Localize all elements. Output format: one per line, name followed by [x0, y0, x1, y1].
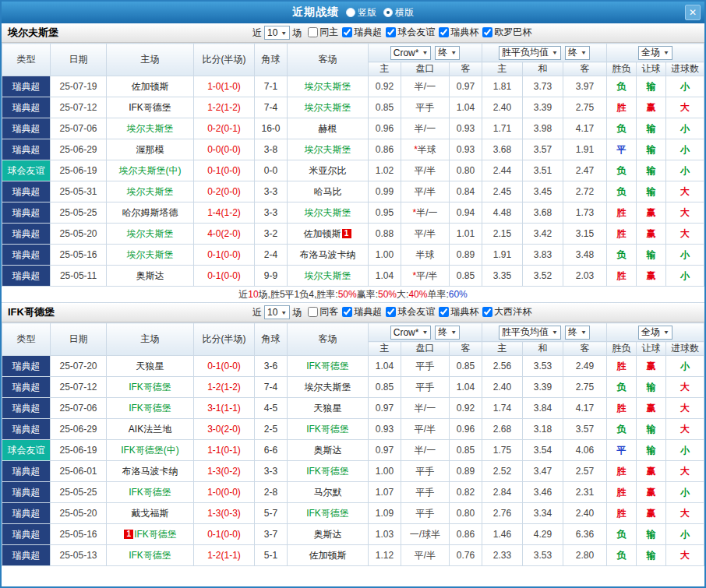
home-team-name[interactable]: IFK哥德堡(中): [121, 445, 179, 456]
away-team-name[interactable]: 布洛马波卡纳: [300, 249, 356, 260]
home-team-name[interactable]: 渥那模: [136, 144, 164, 155]
away-team-name[interactable]: 赫根: [319, 123, 337, 134]
checkbox-input[interactable]: [439, 27, 449, 37]
result-goals: 大: [666, 461, 704, 482]
games-label: 场: [292, 26, 302, 40]
home-team-name[interactable]: 哈尔姆斯塔德: [122, 207, 178, 218]
asian-handicap-line: 半球: [401, 245, 450, 266]
away-team-name[interactable]: 埃尔夫斯堡: [305, 144, 351, 155]
checkbox-input[interactable]: [342, 307, 352, 317]
checkbox-input[interactable]: [482, 27, 492, 37]
away-team-name[interactable]: 米亚尔比: [309, 165, 347, 176]
checkbox-input[interactable]: [482, 307, 492, 317]
home-team-name[interactable]: IFK哥德堡: [129, 403, 171, 414]
home-team-name[interactable]: IFK哥德堡: [134, 529, 177, 540]
euro-time-select[interactable]: 终▼: [565, 46, 590, 60]
match-score: 1-0(0-0): [194, 482, 255, 503]
home-team-name[interactable]: 埃尔夫斯堡(中): [119, 165, 182, 176]
col-corner: 角球: [255, 323, 288, 356]
away-team-name[interactable]: 埃尔夫斯堡: [305, 81, 351, 92]
asian-handicap-line: *半/一: [401, 202, 450, 224]
match-row: 瑞典超 25-05-16 埃尔夫斯堡 0-1(0-0) 2-4 布洛马波卡纳 1…: [2, 245, 704, 266]
asian-handicap-line: 平手: [401, 356, 450, 377]
checkbox-input[interactable]: [386, 27, 396, 37]
home-team-name[interactable]: 埃尔夫斯堡: [127, 186, 174, 197]
checkbox-input[interactable]: [342, 27, 352, 37]
asian-handicap-line: 一/球半: [401, 524, 450, 545]
away-team-name[interactable]: 埃尔夫斯堡: [305, 270, 351, 281]
match-count-select[interactable]: 10▼: [264, 305, 290, 319]
filter-checkbox-大西洋杯[interactable]: 大西洋杯: [482, 305, 531, 319]
close-icon[interactable]: ✕: [685, 5, 701, 20]
league-type-cell: 瑞典超: [2, 76, 51, 97]
home-team-name[interactable]: 埃尔夫斯堡: [127, 123, 174, 134]
away-team-name[interactable]: IFK哥德堡: [306, 361, 349, 371]
bookmaker-select[interactable]: Crow*▼: [390, 326, 432, 340]
filter-checkbox-瑞典杯[interactable]: 瑞典杯: [439, 26, 478, 39]
filter-checkbox-瑞典超[interactable]: 瑞典超: [342, 305, 382, 319]
home-team-name[interactable]: 布洛马波卡纳: [122, 466, 178, 477]
result-goals: 小: [666, 245, 704, 266]
euro-odds-select[interactable]: 胜平负均值▼: [499, 326, 561, 340]
home-team-name[interactable]: 戴戈福斯: [132, 508, 169, 519]
layout-option-horizontal[interactable]: 横版: [383, 6, 414, 19]
away-team-name[interactable]: 佐加顿斯: [304, 228, 341, 239]
checkbox-input[interactable]: [308, 307, 318, 317]
checkbox-input[interactable]: [308, 27, 318, 37]
home-team-name[interactable]: IFK哥德堡: [129, 102, 171, 113]
filter-checkbox-瑞典超[interactable]: 瑞典超: [342, 26, 382, 39]
home-team-name[interactable]: IFK哥德堡: [129, 550, 171, 561]
match-count-select[interactable]: 10▼: [264, 26, 290, 40]
euro-draw-odds: 3.42: [523, 224, 563, 245]
home-team-name[interactable]: IFK哥德堡: [129, 382, 171, 393]
away-team-name[interactable]: 奥斯达: [314, 529, 342, 540]
away-team-name[interactable]: IFK哥德堡: [306, 466, 349, 477]
away-team-name[interactable]: 哈马比: [314, 186, 342, 197]
col-eu-draw: 和: [523, 62, 563, 76]
modal-title: 近期战绩: [292, 5, 339, 19]
away-team-name[interactable]: 佐加顿斯: [309, 550, 347, 561]
checkbox-label: 球会友谊: [397, 26, 435, 39]
result-handicap: 赢: [637, 224, 666, 245]
home-team-name[interactable]: 奥斯达: [136, 270, 164, 281]
away-team-name[interactable]: 马尔默: [314, 487, 342, 498]
checkbox-input[interactable]: [386, 307, 396, 317]
away-team-name[interactable]: IFK哥德堡: [306, 424, 349, 435]
filter-checkbox-球会友谊[interactable]: 球会友谊: [386, 26, 435, 39]
asian-time-select[interactable]: 终▼: [435, 326, 460, 340]
asian-handicap-line: 平手: [401, 461, 450, 482]
home-team-name[interactable]: AIK法兰地: [129, 424, 171, 435]
match-row: 瑞典超 25-05-31 埃尔夫斯堡 0-2(0-0) 3-3 哈马比 0.99…: [2, 181, 704, 202]
asian-away-odds: 0.86: [450, 524, 482, 545]
asian-handicap-line: 平手: [401, 97, 450, 118]
asian-away-odds: 0.89: [450, 245, 482, 266]
checkbox-input[interactable]: [439, 307, 449, 317]
filter-checkbox-同主[interactable]: 同主: [308, 26, 338, 39]
home-team-name[interactable]: 佐加顿斯: [132, 81, 169, 92]
away-team-name[interactable]: IFK哥德堡: [306, 508, 349, 519]
home-team-name[interactable]: 天狼星: [136, 361, 164, 371]
away-team-name[interactable]: 奥斯达: [314, 445, 342, 456]
away-team-name[interactable]: 天狼星: [314, 403, 342, 414]
asian-time-select[interactable]: 终▼: [435, 46, 460, 60]
euro-odds-select[interactable]: 胜平负均值▼: [499, 46, 561, 60]
bookmaker-select[interactable]: Crow*▼: [390, 46, 432, 60]
euro-time-select[interactable]: 终▼: [565, 326, 590, 340]
match-row: 瑞典超 25-07-12 IFK哥德堡 1-2(1-2) 7-4 埃尔夫斯堡 0…: [2, 97, 704, 118]
away-team-name[interactable]: 埃尔夫斯堡: [305, 207, 351, 218]
filter-checkbox-瑞典杯[interactable]: 瑞典杯: [439, 305, 478, 319]
home-team-name[interactable]: 埃尔夫斯堡: [127, 249, 174, 260]
col-eu-away: 客: [563, 62, 607, 76]
away-team-name[interactable]: 埃尔夫斯堡: [305, 102, 351, 113]
filter-checkbox-球会友谊[interactable]: 球会友谊: [386, 305, 435, 319]
asian-home-odds: 1.02: [369, 160, 401, 181]
home-team-name[interactable]: IFK哥德堡: [129, 487, 171, 498]
scope-select[interactable]: 全场▼: [638, 46, 672, 60]
filter-checkbox-欧罗巴杯[interactable]: 欧罗巴杯: [482, 26, 531, 39]
match-row: 瑞典超 25-07-12 IFK哥德堡 1-2(1-2) 7-4 埃尔夫斯堡 0…: [2, 377, 704, 398]
away-team-name[interactable]: 埃尔夫斯堡: [305, 382, 351, 393]
filter-checkbox-同客[interactable]: 同客: [308, 305, 338, 319]
home-team-name[interactable]: 埃尔夫斯堡: [127, 228, 174, 239]
layout-option-vertical[interactable]: 竖版: [346, 6, 376, 19]
scope-select[interactable]: 全场▼: [638, 326, 672, 340]
